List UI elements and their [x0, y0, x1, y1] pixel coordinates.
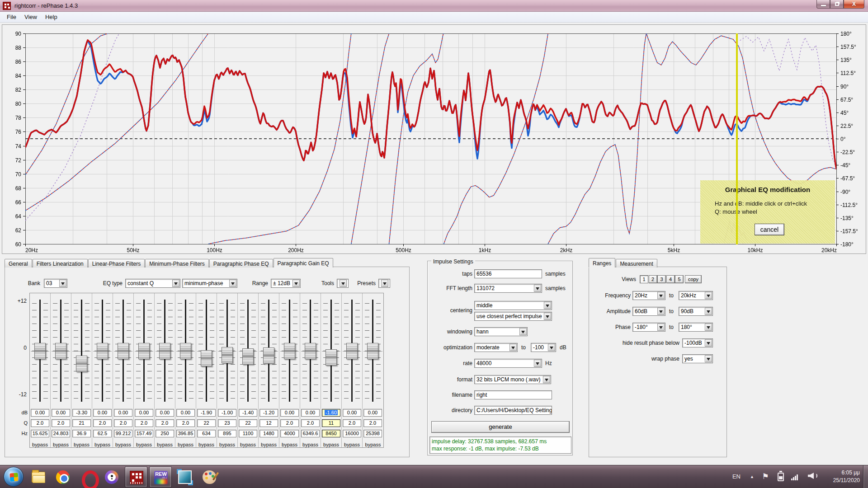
chevron-down-icon[interactable]	[705, 292, 712, 299]
bypass-button[interactable]: bypass	[51, 441, 71, 448]
minimize-button[interactable]	[816, 0, 830, 9]
q-value-box[interactable]: 21	[72, 419, 91, 427]
taps-input[interactable]: 65536	[474, 269, 542, 278]
freq-value-box[interactable]: 1480	[259, 430, 278, 437]
centering-select[interactable]: middle	[474, 301, 552, 310]
gain-value-box[interactable]: 0.00	[176, 409, 195, 417]
gain-value-box[interactable]: 0.00	[301, 409, 320, 417]
bypass-button[interactable]: bypass	[113, 441, 133, 448]
presets-select[interactable]	[378, 279, 389, 288]
frequency-to-select[interactable]: 20kHz	[679, 291, 713, 300]
gain-value-box[interactable]: 0.00	[93, 409, 112, 417]
menu-help[interactable]: Help	[41, 12, 61, 22]
phase-from-select[interactable]: -180°	[632, 323, 665, 332]
close-button[interactable]: X	[844, 0, 864, 9]
view-button-2[interactable]: 2	[649, 275, 657, 283]
taskbar-secure-browser[interactable]	[100, 466, 123, 488]
chevron-down-icon[interactable]	[705, 355, 712, 362]
views-copy-button[interactable]: copy	[685, 275, 702, 283]
bypass-button[interactable]: bypass	[71, 441, 92, 448]
gain-slider-knob[interactable]	[326, 349, 337, 366]
amplitude-to-select[interactable]: 90dB	[679, 307, 713, 316]
gain-slider-knob[interactable]	[346, 343, 358, 359]
network-signal-icon[interactable]	[791, 474, 799, 480]
freq-value-box[interactable]: 16000	[343, 430, 361, 437]
eq-band-cursor-line[interactable]	[736, 33, 738, 244]
view-button-1[interactable]: 1	[640, 275, 648, 283]
title-bar[interactable]: rightcorr - rePhase 1.4.3 X	[0, 0, 868, 12]
show-desktop-button[interactable]	[863, 465, 868, 488]
gain-slider-knob[interactable]	[180, 343, 191, 359]
gain-value-box[interactable]: -1.90	[197, 409, 216, 417]
bypass-button[interactable]: bypass	[342, 441, 362, 448]
generate-button[interactable]: generate	[431, 421, 570, 433]
phase-mode-select[interactable]: minimum-phase	[182, 279, 237, 288]
windowing-select[interactable]: hann	[474, 327, 528, 336]
clock[interactable]: 6:05 μμ 25/11/2020	[820, 469, 860, 484]
q-value-box[interactable]: 2.0	[301, 419, 320, 427]
chevron-down-icon[interactable]	[519, 328, 527, 335]
chevron-down-icon[interactable]	[544, 313, 551, 320]
chevron-down-icon[interactable]	[534, 285, 541, 292]
gain-value-box[interactable]: -1.60	[322, 409, 340, 417]
tab-general[interactable]: General	[5, 259, 32, 267]
gain-slider-knob[interactable]	[263, 347, 274, 364]
hide-result-phase-select[interactable]: -100dB	[682, 338, 713, 347]
frequency-from-select[interactable]: 20Hz	[632, 291, 665, 300]
chevron-down-icon[interactable]	[705, 308, 712, 315]
q-value-box[interactable]: 11	[322, 419, 340, 427]
chevron-down-icon[interactable]	[657, 292, 665, 299]
bypass-button[interactable]: bypass	[196, 441, 217, 448]
chevron-down-icon[interactable]	[509, 344, 517, 351]
action-center-flag-icon[interactable]: ⚑	[762, 472, 769, 481]
taskbar-chrome[interactable]	[52, 466, 74, 488]
gain-slider-knob[interactable]	[97, 343, 108, 359]
freq-value-box[interactable]: 8450	[322, 430, 340, 437]
chevron-down-icon[interactable]	[705, 324, 712, 331]
q-value-box[interactable]: 12	[259, 419, 278, 427]
freq-value-box[interactable]: 4000	[280, 430, 299, 437]
q-value-box[interactable]: 2.0	[363, 419, 382, 427]
show-hidden-icons-icon[interactable]: ▲	[750, 474, 754, 479]
gain-value-box[interactable]: -1.20	[259, 409, 278, 417]
view-button-3[interactable]: 3	[657, 275, 666, 283]
language-indicator[interactable]: EN	[732, 473, 741, 480]
bypass-button[interactable]: bypass	[259, 441, 279, 448]
freq-value-box[interactable]: 15.625	[31, 430, 49, 437]
optimization-select[interactable]: moderate	[474, 343, 518, 352]
gain-slider-knob[interactable]	[367, 343, 378, 359]
chevron-down-icon[interactable]	[381, 280, 388, 287]
chevron-down-icon[interactable]	[657, 324, 665, 331]
gain-slider-knob[interactable]	[284, 343, 295, 359]
chevron-down-icon[interactable]	[548, 344, 555, 351]
fft-length-select[interactable]: 131072	[474, 284, 542, 293]
bypass-button[interactable]: bypass	[155, 441, 175, 448]
gain-slider-knob[interactable]	[118, 343, 129, 359]
slider-track[interactable]	[81, 300, 82, 402]
menu-view[interactable]: View	[20, 12, 41, 22]
bypass-button[interactable]: bypass	[238, 441, 258, 448]
taskbar-photo-viewer[interactable]	[174, 466, 196, 488]
freq-value-box[interactable]: 24.803	[52, 430, 70, 437]
q-value-box[interactable]: 2.0	[156, 419, 174, 427]
bypass-button[interactable]: bypass	[217, 441, 237, 448]
view-button-4[interactable]: 4	[666, 275, 675, 283]
taskbar-rew[interactable]: REWV5.1	[149, 466, 172, 488]
q-value-box[interactable]: 2.0	[135, 419, 153, 427]
gain-value-box[interactable]: 0.00	[52, 409, 70, 417]
tab-linear-phase-filters[interactable]: Linear-Phase Filters	[88, 259, 145, 267]
bypass-button[interactable]: bypass	[134, 441, 154, 448]
freq-value-box[interactable]: 99.212	[114, 430, 132, 437]
chevron-down-icon[interactable]	[544, 302, 551, 309]
freq-value-box[interactable]: 1100	[239, 430, 257, 437]
gain-value-box[interactable]: -1.00	[218, 409, 236, 417]
freq-value-box[interactable]: 36.9	[72, 430, 91, 437]
gain-value-box[interactable]: 0.00	[363, 409, 382, 417]
amplitude-from-select[interactable]: 60dB	[632, 307, 665, 316]
gain-slider-knob[interactable]	[159, 343, 170, 359]
range-select[interactable]: ± 12dB	[271, 279, 301, 288]
chevron-down-icon[interactable]	[59, 280, 66, 287]
bypass-button[interactable]: bypass	[30, 441, 50, 448]
q-value-box[interactable]: 2.0	[31, 419, 49, 427]
bypass-button[interactable]: bypass	[300, 441, 321, 448]
